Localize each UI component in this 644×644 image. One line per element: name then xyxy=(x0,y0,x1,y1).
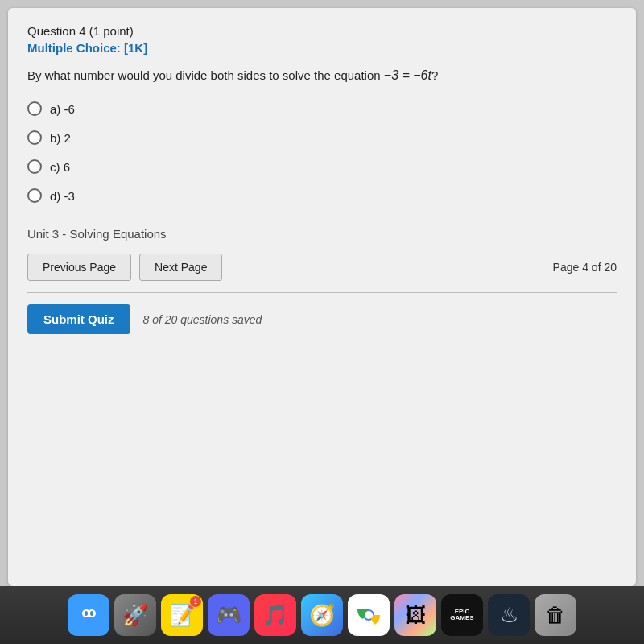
previous-page-button[interactable]: Previous Page xyxy=(27,254,131,281)
option-b[interactable]: b) 2 xyxy=(27,130,617,145)
radio-c[interactable] xyxy=(27,159,42,174)
dock-chrome[interactable] xyxy=(348,594,390,636)
dock-photos[interactable]: 🖼 xyxy=(394,594,436,636)
dock-discord[interactable]: 🎮 xyxy=(208,594,250,636)
svg-point-7 xyxy=(365,611,373,619)
radio-b[interactable] xyxy=(27,130,42,145)
quiz-container: Question 4 (1 point) Multiple Choice: [1… xyxy=(8,8,636,586)
question-text-after: ? xyxy=(431,68,438,82)
navigation-row: Previous Page Next Page Page 4 of 20 xyxy=(27,254,617,281)
epic-games-label: EPICGAMES xyxy=(450,609,473,621)
dock-launchpad[interactable]: 🚀 xyxy=(114,594,156,636)
option-b-label: b) 2 xyxy=(50,131,71,145)
saved-info: 8 of 20 questions saved xyxy=(143,313,262,326)
dock-notes-badge: 1 xyxy=(190,596,201,607)
radio-d[interactable] xyxy=(27,188,42,203)
dock-safari[interactable]: 🧭 xyxy=(301,594,343,636)
submit-quiz-button[interactable]: Submit Quiz xyxy=(27,304,130,334)
svg-point-4 xyxy=(90,611,93,616)
option-d[interactable]: d) -3 xyxy=(27,188,617,203)
dock-epic-games[interactable]: EPICGAMES xyxy=(441,594,483,636)
divider xyxy=(27,292,617,293)
dock-steam[interactable]: ♨ xyxy=(488,594,530,636)
next-page-button[interactable]: Next Page xyxy=(139,254,222,281)
svg-point-3 xyxy=(85,611,88,616)
dock-notes[interactable]: 📝 1 xyxy=(161,594,203,636)
dock-bar: 🚀 📝 1 🎮 🎵 🧭 🖼 EPICGAMES ♨ 🗑 xyxy=(0,586,644,644)
question-header: Question 4 (1 point) xyxy=(27,24,617,38)
dock-finder[interactable] xyxy=(68,594,109,636)
unit-label: Unit 3 - Solving Equations xyxy=(27,227,617,241)
dock-trash[interactable]: 🗑 xyxy=(535,594,576,636)
bottom-row: Submit Quiz 8 of 20 questions saved xyxy=(27,304,617,334)
equation: −3 = −6t xyxy=(384,68,431,82)
options-list: a) -6 b) 2 c) 6 d) -3 xyxy=(27,101,617,203)
radio-a[interactable] xyxy=(27,101,42,116)
option-c-label: c) 6 xyxy=(50,160,70,174)
question-text: By what number would you divide both sid… xyxy=(27,66,617,85)
dock-music[interactable]: 🎵 xyxy=(254,594,296,636)
question-text-before: By what number would you divide both sid… xyxy=(27,68,384,82)
page-info: Page 4 of 20 xyxy=(553,261,617,274)
option-a-label: a) -6 xyxy=(50,102,75,116)
option-a[interactable]: a) -6 xyxy=(27,101,617,116)
option-d-label: d) -3 xyxy=(50,189,75,203)
option-c[interactable]: c) 6 xyxy=(27,159,617,174)
question-type: Multiple Choice: [1K] xyxy=(27,41,617,55)
